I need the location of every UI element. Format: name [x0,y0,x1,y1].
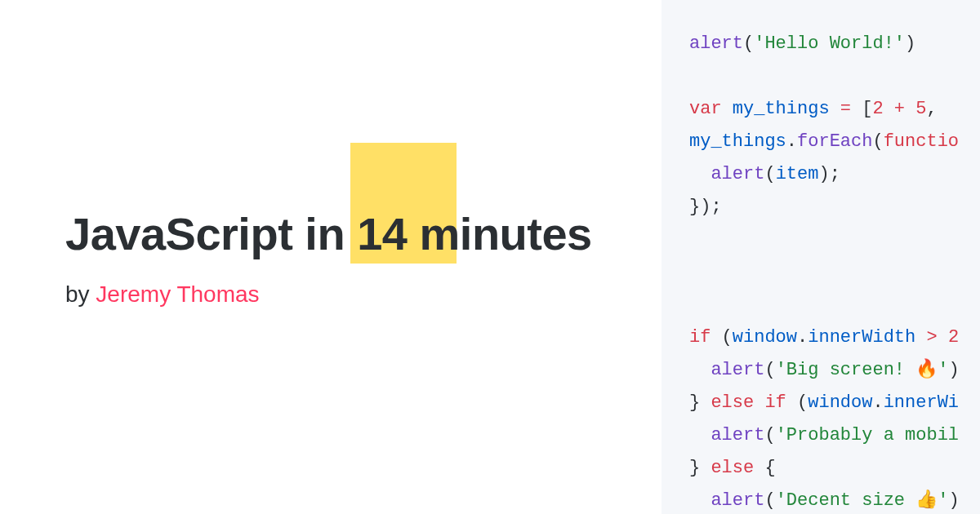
code-token-id: my_things [689,131,786,152]
code-token-p [830,99,840,119]
code-token-p: . [797,327,808,348]
code-token-kw: else [710,458,754,478]
code-token-p: ) [905,33,915,54]
code-token-p: . [872,392,883,413]
code-token-kw: if [689,327,710,348]
title-after: minutes [407,208,591,259]
code-token-p [915,327,926,348]
code-token-p [689,490,710,511]
code-token-fn: alert [710,425,764,445]
code-token-p [884,99,894,119]
title-highlight: 14 [357,206,407,261]
code-token-p: ) [948,360,959,380]
code-token-p [905,99,915,119]
code-token-p: ( [710,327,732,348]
code-token-p: ( [786,392,808,413]
code-token-p: { [754,458,775,478]
code-token-p [938,327,948,348]
code-token-fn: alert [710,164,764,184]
code-token-num: 5 [915,99,926,119]
code-token-p [689,425,710,445]
code-token-str: 'Decent size 👍' [776,490,949,511]
code-token-fn: alert [710,490,764,511]
code-token-kw: = [840,99,851,119]
code-token-str: 'Big screen! 🔥' [776,360,949,380]
code-token-num: 2 [948,327,959,348]
code-token-p [722,99,733,119]
code-token-p: , [926,99,947,119]
code-token-p: } [689,458,710,478]
code-token-id: window [733,327,797,348]
code-token-str: 'Probably a mobil [776,425,959,445]
code-token-fn: alert [710,360,764,380]
code-token-p: ( [764,164,775,184]
code-preview: alert('Hello World!') var my_things = [2… [662,0,980,514]
byline: by Jeremy Thomas [65,281,645,308]
byline-prefix: by [65,281,96,307]
title-number: 14 [357,208,407,259]
code-token-p: ); [818,164,840,184]
code-token-p: ( [764,360,775,380]
page-title: JavaScript in 14 minutes [65,206,645,261]
code-token-str: 'Hello World!' [754,33,905,54]
code-token-kw: var [689,99,722,119]
code-token-p: . [786,131,797,152]
code-token-num: 2 [872,99,883,119]
code-token-p: [ [851,99,872,119]
code-token-p [689,360,710,380]
code-token-fn: alert [689,33,743,54]
code-token-id: innerWi [884,392,959,413]
code-token-p: ( [764,490,775,511]
code-token-kw: if [764,392,786,413]
code-token-p: ( [764,425,775,445]
title-before: JavaScript in [65,208,357,259]
code-token-p [689,164,710,184]
code-token-kw: + [894,99,905,119]
code-token-id: innerWidth [808,327,915,348]
code-token-id: window [808,392,872,413]
code-token-p: ) [948,490,959,511]
code-token-id: my_things [733,99,830,119]
code-token-id: item [776,164,819,184]
hero-panel: JavaScript in 14 minutes by Jeremy Thoma… [0,0,662,514]
code-token-fn: forEach [797,131,872,152]
code-token-p: } [689,392,710,413]
code-token-kw: > [926,327,937,348]
code-token-p: }); [689,197,722,217]
code-token-p [754,392,764,413]
code-token-p: ( [743,33,754,54]
code-token-kw: else [710,392,754,413]
code-token-kw: functio [884,131,959,152]
author-link[interactable]: Jeremy Thomas [96,281,259,307]
code-token-p: ( [872,131,883,152]
